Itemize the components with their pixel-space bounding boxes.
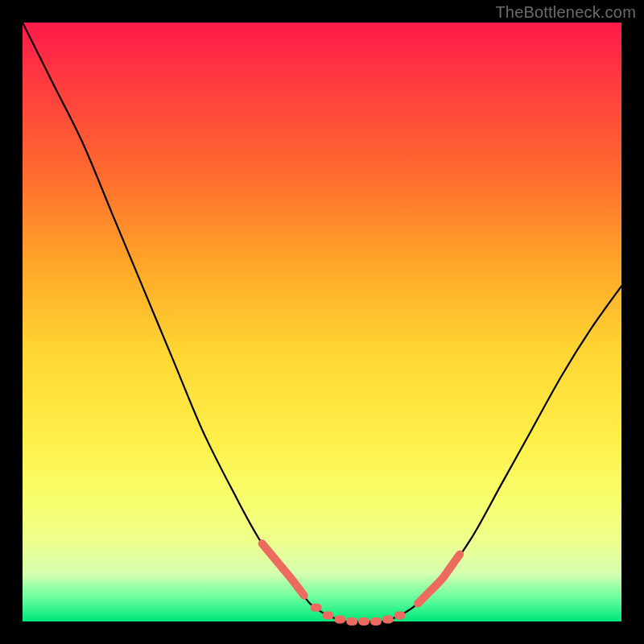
highlight-valley-dot — [370, 617, 382, 625]
chart-frame: TheBottleneck.com — [0, 0, 644, 644]
highlight-right-ascent — [418, 555, 460, 604]
highlight-valley-dot — [322, 612, 333, 620]
curve-svg — [23, 23, 621, 621]
plot-area — [23, 23, 621, 621]
highlight-valley-dot — [346, 617, 357, 625]
highlight-valley-dot — [334, 616, 345, 624]
watermark-text: TheBottleneck.com — [495, 3, 636, 22]
highlight-left-descent — [262, 543, 304, 595]
highlight-valley-dot — [394, 612, 406, 620]
highlight-overlay — [262, 543, 460, 625]
highlight-valley-dot — [382, 616, 394, 624]
highlight-valley-dot — [358, 617, 369, 625]
bottleneck-curve — [23, 23, 621, 622]
highlight-valley-dot — [311, 604, 322, 612]
